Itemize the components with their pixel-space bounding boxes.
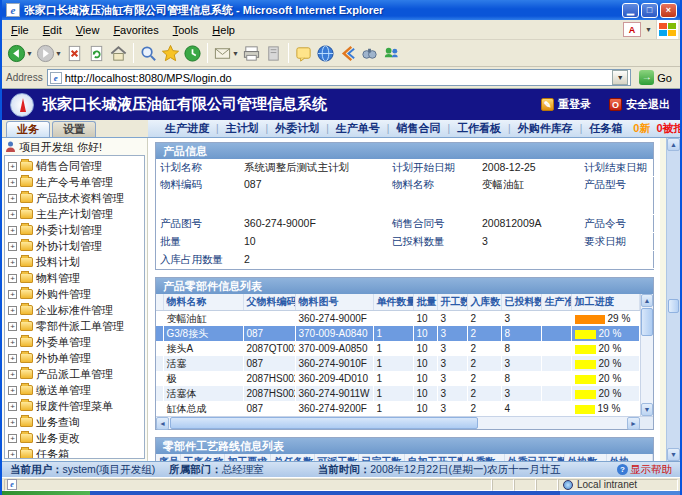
parts-column-header[interactable]: 已投料数 — [501, 294, 541, 311]
plus-box-icon[interactable]: + — [8, 162, 17, 171]
plus-box-icon[interactable]: + — [8, 322, 17, 331]
main-scroll-down-icon[interactable]: ▼ — [667, 448, 680, 461]
process-column-header[interactable]: 可派工数 — [314, 454, 358, 461]
sidebar-item[interactable]: +外协单管理 — [8, 350, 144, 366]
nav-item-7[interactable]: 外购件库存 — [511, 121, 580, 136]
relogin-button[interactable]: ✎ 重登录 — [541, 97, 591, 112]
plus-box-icon[interactable]: + — [8, 210, 17, 219]
nav-item-1[interactable]: 生产进度 — [158, 121, 216, 136]
plus-box-icon[interactable]: + — [8, 434, 17, 443]
parts-table-row[interactable]: 极2087HS002360-209-4D01011032820 % — [156, 371, 640, 386]
plus-box-icon[interactable]: + — [8, 338, 17, 347]
plus-box-icon[interactable]: + — [8, 258, 17, 267]
process-column-header[interactable]: 总任务数 — [270, 454, 314, 461]
parts-column-header[interactable]: 物料名称 — [163, 294, 243, 311]
forward-icon[interactable]: ▼ — [35, 43, 63, 64]
parts-column-header[interactable]: 父物料编码 — [243, 294, 295, 311]
nav-item-5[interactable]: 销售合同 — [389, 121, 447, 136]
parts-column-header[interactable]: 入库数 — [467, 294, 501, 311]
media-icon[interactable] — [315, 43, 336, 64]
parts-table-row[interactable]: 变幅油缸360-274-9000F1032329 % — [156, 311, 640, 327]
plus-box-icon[interactable]: + — [8, 450, 17, 459]
minimize-button[interactable]: ▁ — [622, 3, 639, 18]
sidebar-item[interactable]: +业务更改 — [8, 430, 144, 446]
menu-edit[interactable]: Edit — [36, 22, 69, 38]
menu-tools[interactable]: Tools — [166, 22, 206, 38]
parts-column-header[interactable]: 加工进度 — [571, 294, 640, 311]
parts-table-row[interactable]: 活塞体2087HS002360-274-9011W11032320 % — [156, 386, 640, 401]
sidebar-item[interactable]: +缴送单管理 — [8, 382, 144, 398]
nav-item-3[interactable]: 外委计划 — [268, 121, 326, 136]
pdf-dropdown-icon[interactable]: ▼ — [645, 26, 652, 33]
plus-box-icon[interactable]: + — [8, 402, 17, 411]
mail-icon[interactable]: ▼ — [212, 43, 240, 64]
parts-horizontal-scrollbar[interactable]: ◄ ► — [156, 416, 653, 429]
plus-box-icon[interactable]: + — [8, 418, 17, 427]
plus-box-icon[interactable]: + — [8, 306, 17, 315]
process-column-header[interactable]: 外委已开工数 — [504, 454, 564, 461]
menu-view[interactable]: View — [69, 22, 107, 38]
plus-box-icon[interactable]: + — [8, 370, 17, 379]
address-input[interactable]: e http://localhost:8080/MPS/login.do ▼ — [47, 69, 632, 86]
discuss-icon[interactable] — [293, 43, 314, 64]
sidebar-item[interactable]: +零部件派工单管理 — [8, 318, 144, 334]
edit-icon[interactable] — [263, 43, 284, 64]
history-icon[interactable] — [182, 43, 203, 64]
parts-vertical-scrollbar[interactable]: ▲ ▼ — [640, 294, 653, 416]
plus-box-icon[interactable]: + — [8, 226, 17, 235]
scroll-up-icon[interactable]: ▲ — [641, 294, 653, 307]
favorites-icon[interactable] — [160, 43, 181, 64]
nav-item-4[interactable]: 生产单号 — [329, 121, 387, 136]
parts-column-header[interactable]: 单件数量 — [373, 294, 413, 311]
parts-table-row[interactable]: 活塞087360-274-9010F11032320 % — [156, 356, 640, 371]
scroll-left-icon[interactable]: ◄ — [156, 417, 169, 430]
process-column-header[interactable]: 已完工数 — [358, 454, 404, 461]
scroll-thumb[interactable] — [641, 308, 653, 336]
sidebar-item[interactable]: +生产令号单管理 — [8, 174, 144, 190]
address-dropdown-icon[interactable]: ▼ — [612, 70, 628, 85]
nav-item-8[interactable]: 任务箱 — [582, 121, 629, 136]
back-icon[interactable]: ▼ — [6, 43, 34, 64]
main-scrollbar[interactable]: ▲ ▼ — [666, 138, 680, 461]
parts-column-header[interactable]: 生产准备 — [541, 294, 571, 311]
nav-item-6[interactable]: 工作看板 — [450, 121, 508, 136]
parts-column-header[interactable]: 批量 — [413, 294, 437, 311]
menu-help[interactable]: Help — [205, 22, 242, 38]
sidebar-item[interactable]: +产品技术资料管理 — [8, 190, 144, 206]
sidebar-item[interactable]: +任务箱 — [8, 446, 144, 459]
close-button[interactable]: × — [660, 3, 677, 18]
scroll-right-icon[interactable]: ► — [627, 417, 640, 430]
maximize-button[interactable]: □ — [641, 3, 658, 18]
back-dropdown-icon[interactable]: ▼ — [26, 50, 33, 57]
sidebar-item[interactable]: +产品派工单管理 — [8, 366, 144, 382]
messenger-icon[interactable] — [381, 43, 402, 64]
go-button[interactable]: → Go — [635, 70, 676, 85]
menu-favorites[interactable]: Favorites — [106, 22, 165, 38]
nav-item-2[interactable]: 主计划 — [219, 121, 266, 136]
menu-file[interactable]: File — [4, 22, 36, 38]
sidebar-item[interactable]: +主生产计划管理 — [8, 206, 144, 222]
process-column-header[interactable]: 序号 — [156, 454, 180, 461]
plus-box-icon[interactable]: + — [8, 274, 17, 283]
parts-column-header[interactable]: 开工数 — [437, 294, 467, 311]
tab-business[interactable]: 业务 — [6, 121, 50, 137]
plus-box-icon[interactable]: + — [8, 242, 17, 251]
adobe-pdf-icon[interactable]: A — [623, 22, 641, 37]
sidebar-item[interactable]: +报废件管理菜单 — [8, 398, 144, 414]
plus-box-icon[interactable]: + — [8, 290, 17, 299]
sidebar-item[interactable]: +销售合同管理 — [8, 158, 144, 174]
sidebar-item[interactable]: +外购件管理 — [8, 286, 144, 302]
hscroll-thumb[interactable] — [170, 417, 478, 429]
sidebar-item[interactable]: +物料管理 — [8, 270, 144, 286]
main-scroll-thumb[interactable] — [668, 299, 679, 313]
tab-settings[interactable]: 设置 — [52, 121, 96, 137]
logout-button[interactable]: O 安全退出 — [609, 97, 670, 112]
sidebar-item[interactable]: +外委单管理 — [8, 334, 144, 350]
sidebar-item[interactable]: +企业标准件管理 — [8, 302, 144, 318]
refresh-icon[interactable] — [86, 43, 107, 64]
process-column-header[interactable]: 外委数 — [462, 454, 504, 461]
sidebar-item[interactable]: +外协计划管理 — [8, 238, 144, 254]
msn-icon[interactable] — [337, 43, 358, 64]
research-icon[interactable] — [359, 43, 380, 64]
plus-box-icon[interactable]: + — [8, 194, 17, 203]
